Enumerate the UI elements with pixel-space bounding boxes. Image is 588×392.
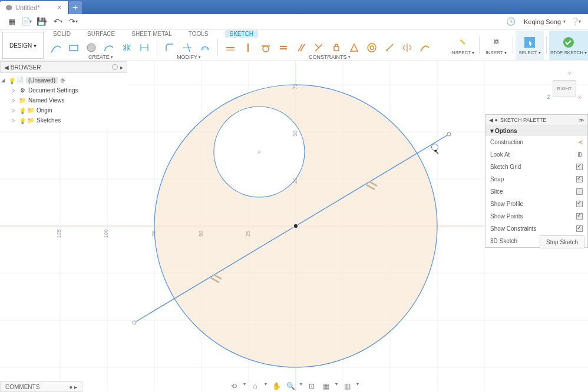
axis-y-label: Y: [568, 71, 572, 77]
tree-doc-settings[interactable]: ▷⚙Document Settings: [1, 85, 126, 95]
browser-tree: ◢💡📄 (Unsaved)⊚ ▷⚙Document Settings ▷📁Nam…: [0, 73, 127, 128]
inspect-button[interactable]: 📏INSPECT ▾: [448, 31, 477, 60]
select-button[interactable]: SELECT ▾: [516, 31, 544, 60]
tab-solid[interactable]: SOLID: [53, 31, 71, 37]
symmetry-constraint-icon[interactable]: [399, 40, 415, 55]
stop-sketch-panel-button[interactable]: Stop Sketch: [540, 235, 584, 248]
svg-point-5: [370, 46, 374, 49]
opt-showprofile[interactable]: Show Profile: [485, 198, 587, 210]
offset-icon[interactable]: [197, 40, 213, 55]
opt-showconstraints[interactable]: Show Constraints: [485, 222, 587, 235]
horizontal-constraint-icon[interactable]: [223, 40, 238, 55]
ribbon-right: 📏INSPECT ▾ 🖼INSERT ▾ SELECT ▾ STOP SKETC…: [448, 29, 588, 61]
tab-bar: Untitled* × +: [0, 0, 588, 14]
grid-icon[interactable]: ▦: [5, 16, 19, 28]
clock-icon[interactable]: 🕓: [504, 16, 518, 28]
svg-point-31: [133, 321, 136, 324]
user-name[interactable]: Keqing Song: [524, 18, 561, 25]
axis-tick-y75: 75: [292, 84, 298, 89]
nav-fit-icon[interactable]: ⊡: [307, 381, 316, 391]
concentric-constraint-icon[interactable]: [364, 40, 379, 55]
circle-icon[interactable]: [84, 40, 99, 55]
svg-point-7: [391, 45, 392, 46]
arc-icon[interactable]: [101, 40, 117, 55]
browser-panel: ◀ BROWSER ▸ ◢💡📄 (Unsaved)⊚ ▷⚙Document Se…: [0, 61, 127, 128]
svg-point-2: [263, 46, 269, 52]
nav-pan-icon[interactable]: ✋: [272, 381, 281, 391]
svg-point-37: [293, 224, 298, 228]
viewcube[interactable]: RIGHT: [553, 80, 576, 97]
quick-access-toolbar: ▦ 📄▾ 💾▾ ↶▾ ↷▾ 🕓 Keqing Song▾ ❔▾: [0, 14, 588, 29]
axis-tick-100: 100: [103, 229, 109, 238]
svg-point-4: [368, 44, 376, 52]
opt-slice[interactable]: Slice: [485, 185, 587, 198]
tab-sheetmetal[interactable]: SHEET METAL: [131, 31, 172, 37]
tree-named-views[interactable]: ▷📁Named Views: [1, 95, 126, 105]
group-create[interactable]: CREATE▾: [88, 54, 113, 60]
fillet-icon[interactable]: [162, 40, 177, 55]
pin-icon[interactable]: [112, 64, 118, 70]
svg-point-1: [87, 44, 95, 52]
axis-tick-25: 25: [245, 231, 251, 237]
tab-tools[interactable]: TOOLS: [189, 31, 209, 37]
palette-options-header[interactable]: ▼ Options: [485, 125, 587, 136]
parallel-constraint-icon[interactable]: [293, 40, 309, 55]
axis-z-label: Z: [547, 94, 551, 100]
sketch-palette: ◀ ●SKETCH PALETTE≫ ▼ Options Constructio…: [485, 114, 588, 248]
insert-button[interactable]: 🖼INSERT ▾: [482, 31, 510, 60]
vertical-constraint-icon[interactable]: [240, 40, 256, 55]
opt-showpoints[interactable]: Show Points: [485, 210, 587, 222]
tree-sketches[interactable]: ▷💡📁Sketches: [1, 115, 126, 125]
document-tab[interactable]: Untitled* ×: [0, 1, 68, 14]
tab-close-icon[interactable]: ×: [58, 4, 62, 12]
viewcube-area[interactable]: Y RIGHT Z x: [546, 69, 581, 102]
axis-x-label: x: [579, 94, 582, 100]
tangent-constraint-icon[interactable]: [258, 40, 273, 55]
nav-display-icon[interactable]: ▦: [321, 381, 331, 391]
mirror-icon[interactable]: [119, 40, 134, 55]
collinear-constraint-icon[interactable]: [382, 40, 397, 55]
palette-header[interactable]: ◀ ●SKETCH PALETTE≫: [485, 115, 587, 125]
line-icon[interactable]: [48, 40, 64, 55]
svg-rect-0: [70, 45, 78, 51]
curvature-constraint-icon[interactable]: [417, 40, 432, 55]
rectangle-icon[interactable]: [66, 40, 81, 55]
comments-bar[interactable]: COMMENTS● ▸: [0, 381, 82, 392]
fix-constraint-icon[interactable]: [329, 40, 344, 55]
group-constraints[interactable]: CONSTRAINTS▾: [309, 54, 351, 60]
axis-tick-y50: 50: [292, 131, 298, 137]
perpendicular-constraint-icon[interactable]: [311, 40, 326, 55]
ribbon-tabs: SOLID SURFACE SHEET METAL TOOLS SKETCH: [46, 29, 258, 38]
opt-construction[interactable]: Construction≺: [485, 136, 587, 148]
add-tab-button[interactable]: +: [69, 1, 82, 14]
stop-sketch-button[interactable]: STOP SKETCH ▾: [549, 31, 588, 60]
midpoint-constraint-icon[interactable]: [346, 40, 362, 55]
axis-tick-50: 50: [198, 231, 204, 237]
tree-origin[interactable]: ▷💡📁Origin: [1, 105, 126, 115]
tab-title: Untitled*: [15, 4, 40, 11]
axis-tick-75: 75: [151, 231, 157, 237]
group-modify[interactable]: MODIFY▾: [177, 54, 201, 60]
equal-constraint-icon[interactable]: [276, 40, 291, 55]
svg-point-32: [447, 132, 451, 136]
nav-zoom-icon[interactable]: 🔍: [286, 381, 295, 391]
ribbon: DESIGN ▾ SOLID SURFACE SHEET METAL TOOLS…: [0, 29, 588, 61]
trim-icon[interactable]: [180, 40, 195, 55]
tab-surface[interactable]: SURFACE: [87, 31, 115, 37]
dimension-icon[interactable]: [137, 40, 152, 55]
svg-point-6: [387, 49, 388, 51]
opt-sketchgrid[interactable]: Sketch Grid: [485, 161, 587, 173]
axis-tick-y25: 25: [292, 178, 298, 184]
tab-sketch[interactable]: SKETCH: [225, 30, 259, 38]
opt-lookat[interactable]: Look At🗓: [485, 148, 587, 161]
tree-root[interactable]: ◢💡📄 (Unsaved)⊚: [1, 75, 126, 85]
nav-lookat-icon[interactable]: ⌂: [250, 381, 260, 391]
browser-header[interactable]: ◀ BROWSER ▸: [0, 61, 127, 73]
nav-orbit-icon[interactable]: ⟲: [229, 381, 239, 391]
workspace-button[interactable]: DESIGN ▾: [2, 32, 44, 59]
nav-grid-icon[interactable]: ▥: [342, 381, 352, 391]
nav-toolbar: ⟲▾ ⌂▾ ✋ 🔍▾ ⊡ ▦▾ ▥▾: [229, 381, 359, 391]
doc-cube-icon: [6, 5, 12, 11]
opt-snap[interactable]: Snap: [485, 173, 587, 185]
svg-point-28: [214, 107, 305, 197]
